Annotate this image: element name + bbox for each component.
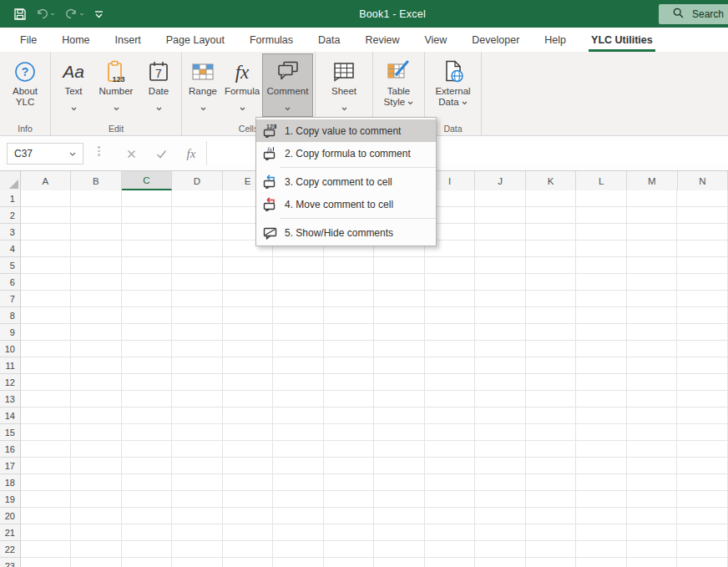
cell-L20[interactable] — [576, 508, 627, 524]
cell-C6[interactable] — [122, 274, 173, 291]
tab-page-layout[interactable]: Page Layout — [155, 28, 235, 52]
cell-D22[interactable] — [172, 541, 223, 558]
cell-N9[interactable] — [677, 324, 728, 341]
cell-D17[interactable] — [172, 458, 223, 474]
cell-F6[interactable] — [273, 274, 324, 291]
cell-F12[interactable] — [273, 374, 324, 391]
cell-K15[interactable] — [526, 424, 577, 441]
cell-C5[interactable] — [122, 257, 173, 274]
row-header-9[interactable]: 9 — [0, 324, 21, 341]
cell-J2[interactable] — [475, 207, 526, 224]
cell-E17[interactable] — [223, 458, 274, 474]
cell-K9[interactable] — [526, 324, 577, 341]
cell-F14[interactable] — [273, 408, 324, 424]
cell-E21[interactable] — [223, 524, 274, 541]
cell-L18[interactable] — [576, 474, 627, 491]
cell-D23[interactable] — [172, 558, 223, 567]
cell-E9[interactable] — [223, 324, 274, 341]
cell-F7[interactable] — [273, 291, 324, 307]
cell-B15[interactable] — [71, 424, 122, 441]
cell-E18[interactable] — [223, 474, 274, 491]
cell-I11[interactable] — [425, 357, 476, 374]
cell-I13[interactable] — [425, 391, 476, 408]
tab-insert[interactable]: Insert — [104, 28, 152, 52]
cell-L8[interactable] — [576, 307, 627, 324]
cell-M22[interactable] — [627, 541, 678, 558]
cell-J19[interactable] — [475, 491, 526, 508]
cell-N6[interactable] — [677, 274, 728, 291]
cell-N19[interactable] — [677, 491, 728, 508]
cell-K12[interactable] — [526, 374, 577, 391]
cell-I23[interactable] — [425, 558, 476, 567]
cell-N3[interactable] — [677, 224, 728, 240]
name-box[interactable]: C37 — [7, 143, 83, 165]
cell-D14[interactable] — [172, 408, 223, 424]
cell-B16[interactable] — [71, 441, 122, 458]
cell-G19[interactable] — [324, 491, 375, 508]
cell-L9[interactable] — [576, 324, 627, 341]
cell-A11[interactable] — [21, 357, 72, 374]
cell-J1[interactable] — [475, 190, 526, 207]
cell-K8[interactable] — [526, 307, 577, 324]
cell-J17[interactable] — [475, 458, 526, 474]
cell-G15[interactable] — [324, 424, 375, 441]
cell-E6[interactable] — [223, 274, 274, 291]
cell-B11[interactable] — [71, 357, 122, 374]
cell-M9[interactable] — [627, 324, 678, 341]
cell-J4[interactable] — [475, 240, 526, 257]
cell-C14[interactable] — [122, 408, 173, 424]
cell-J9[interactable] — [475, 324, 526, 341]
cell-D6[interactable] — [172, 274, 223, 291]
cancel-icon[interactable] — [119, 143, 144, 165]
column-header-B[interactable]: B — [71, 171, 122, 190]
cell-L1[interactable] — [576, 190, 627, 207]
menu-item-5-show-hide-comments[interactable]: 5. Show/Hide comments — [256, 221, 436, 244]
cell-D15[interactable] — [172, 424, 223, 441]
range-button[interactable]: Range — [184, 53, 222, 117]
cell-D2[interactable] — [172, 207, 223, 224]
menu-item-4-move-comment-to-cell[interactable]: 4. Move comment to cell — [256, 193, 436, 215]
cell-K21[interactable] — [526, 524, 577, 541]
cell-M6[interactable] — [627, 274, 678, 291]
cell-E7[interactable] — [223, 291, 274, 307]
cell-J6[interactable] — [475, 274, 526, 291]
cell-C13[interactable] — [122, 391, 173, 408]
row-header-18[interactable]: 18 — [0, 474, 21, 491]
column-header-A[interactable]: A — [21, 171, 72, 190]
cell-N22[interactable] — [677, 541, 728, 558]
cell-K18[interactable] — [526, 474, 577, 491]
cell-B22[interactable] — [71, 541, 122, 558]
cell-E10[interactable] — [223, 341, 274, 357]
cell-M15[interactable] — [627, 424, 678, 441]
row-header-4[interactable]: 4 — [0, 240, 21, 257]
cell-D8[interactable] — [172, 307, 223, 324]
cell-G6[interactable] — [324, 274, 375, 291]
cell-K2[interactable] — [526, 207, 577, 224]
text-button[interactable]: AaText — [53, 53, 94, 117]
cell-M23[interactable] — [627, 558, 678, 567]
cell-L13[interactable] — [576, 391, 627, 408]
cell-B2[interactable] — [71, 207, 122, 224]
tab-developer[interactable]: Developer — [461, 28, 530, 52]
cell-A8[interactable] — [21, 307, 72, 324]
row-header-14[interactable]: 14 — [0, 408, 21, 424]
cell-B13[interactable] — [71, 391, 122, 408]
cell-C21[interactable] — [122, 524, 173, 541]
cell-F5[interactable] — [273, 257, 324, 274]
cell-H14[interactable] — [374, 408, 425, 424]
cell-N18[interactable] — [677, 474, 728, 491]
menu-item-2-copy-formula-to-comment[interactable]: fx2. Copy formula to comment — [256, 142, 436, 165]
cell-I10[interactable] — [425, 341, 476, 357]
cell-L19[interactable] — [576, 491, 627, 508]
cell-K10[interactable] — [526, 341, 577, 357]
cell-D20[interactable] — [172, 508, 223, 524]
cell-H13[interactable] — [374, 391, 425, 408]
cell-H7[interactable] — [374, 291, 425, 307]
cell-G5[interactable] — [324, 257, 375, 274]
cell-A9[interactable] — [21, 324, 72, 341]
cell-C16[interactable] — [122, 441, 173, 458]
cell-B5[interactable] — [71, 257, 122, 274]
cell-M17[interactable] — [627, 458, 678, 474]
cell-I6[interactable] — [425, 274, 476, 291]
cell-H22[interactable] — [374, 541, 425, 558]
